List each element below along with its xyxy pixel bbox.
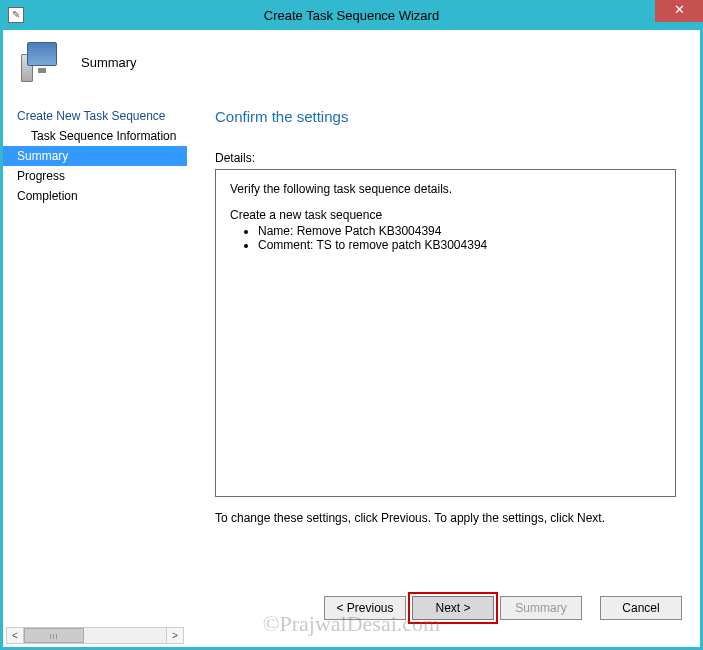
wizard-nav: Create New Task Sequence Task Sequence I…	[3, 94, 187, 588]
scroll-left-icon[interactable]: <	[7, 628, 24, 643]
computer-icon	[21, 40, 65, 84]
window-body: Summary Create New Task Sequence Task Se…	[0, 30, 703, 650]
nav-item-create-new[interactable]: Create New Task Sequence	[3, 106, 187, 126]
details-box: Verify the following task sequence detai…	[215, 169, 676, 497]
scroll-track[interactable]: III	[24, 628, 166, 643]
next-button[interactable]: Next >	[412, 596, 494, 620]
sidebar-horizontal-scrollbar[interactable]: < III >	[6, 627, 184, 644]
details-label: Details:	[215, 151, 676, 165]
wizard-header: Summary	[3, 30, 700, 94]
scroll-right-icon[interactable]: >	[166, 628, 183, 643]
app-icon: ✎	[8, 7, 24, 23]
details-line: Name: Remove Patch KB3004394	[258, 224, 661, 238]
wizard-footer: < Previous Next > Summary Cancel	[3, 591, 700, 625]
window-title: Create Task Sequence Wizard	[0, 8, 703, 23]
wizard-body: Create New Task Sequence Task Sequence I…	[3, 94, 700, 588]
scroll-thumb[interactable]: III	[24, 628, 84, 643]
content-heading: Confirm the settings	[215, 108, 676, 125]
nav-item-task-info[interactable]: Task Sequence Information	[3, 126, 187, 146]
cancel-button[interactable]: Cancel	[600, 596, 682, 620]
close-button[interactable]: ✕	[655, 0, 703, 22]
wizard-content: Confirm the settings Details: Verify the…	[187, 94, 700, 588]
details-intro: Verify the following task sequence detai…	[230, 182, 661, 196]
nav-item-completion[interactable]: Completion	[3, 186, 187, 206]
summary-button: Summary	[500, 596, 582, 620]
details-list: Name: Remove Patch KB3004394 Comment: TS…	[230, 224, 661, 252]
previous-button[interactable]: < Previous	[324, 596, 406, 620]
nav-item-progress[interactable]: Progress	[3, 166, 187, 186]
title-bar: ✎ Create Task Sequence Wizard ✕	[0, 0, 703, 30]
details-line: Comment: TS to remove patch KB3004394	[258, 238, 661, 252]
wizard-step-title: Summary	[81, 55, 137, 70]
details-group-title: Create a new task sequence	[230, 208, 661, 222]
nav-item-summary[interactable]: Summary	[3, 146, 187, 166]
hint-text: To change these settings, click Previous…	[215, 511, 676, 525]
